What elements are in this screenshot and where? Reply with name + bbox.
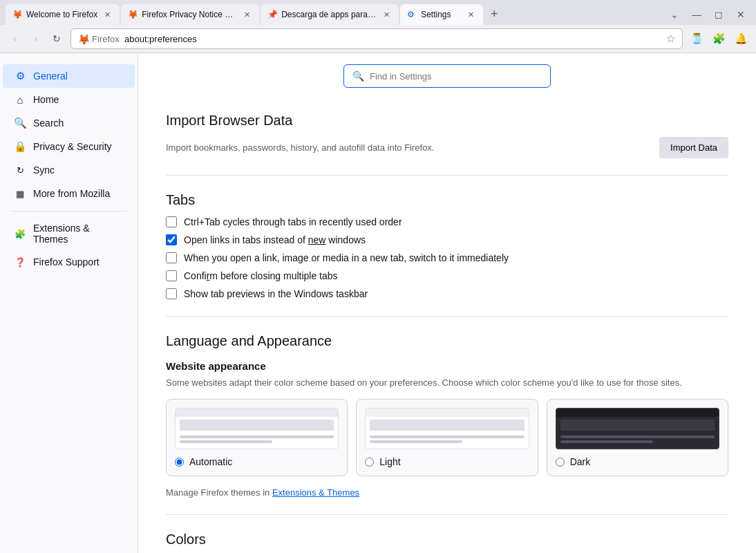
- appearance-subtitle: Website appearance: [166, 360, 728, 372]
- tab-favicon-settings: ⚙: [407, 10, 417, 19]
- dark-preview: [556, 408, 719, 449]
- ctrl-tab-checkbox[interactable]: [166, 216, 177, 227]
- dark-radio-row: Dark: [556, 456, 719, 467]
- tab-close-welcome[interactable]: ✕: [102, 9, 113, 20]
- lock-icon: 🔒: [14, 140, 26, 153]
- automatic-label: Automatic: [189, 456, 232, 467]
- find-in-settings-bar[interactable]: 🔍: [343, 64, 551, 88]
- tab-title-welcome: Welcome to Firefox: [26, 10, 97, 19]
- find-settings-icon: 🔍: [352, 71, 364, 82]
- list-all-tabs-button[interactable]: ⌄: [665, 5, 684, 24]
- forward-button[interactable]: ›: [26, 29, 46, 48]
- tab-title-privacy: Firefox Privacy Notice — Mozill…: [142, 10, 237, 19]
- tab-previews-checkbox[interactable]: [166, 288, 177, 299]
- extensions-button[interactable]: 🧩: [709, 29, 728, 48]
- appearance-card-light[interactable]: Light: [356, 399, 538, 476]
- import-description: Import bookmarks, passwords, history, an…: [166, 142, 434, 153]
- sidebar-item-more[interactable]: ▦ More from Mozilla: [3, 182, 135, 205]
- import-section: Import Browser Data Import bookmarks, pa…: [166, 113, 728, 158]
- switch-tab-checkbox[interactable]: [166, 252, 177, 263]
- notification-button[interactable]: 🔔: [731, 29, 750, 48]
- light-label: Light: [379, 456, 400, 467]
- tab-settings[interactable]: ⚙ Settings ✕: [400, 4, 483, 25]
- mozilla-icon: ▦: [14, 187, 26, 200]
- back-button[interactable]: ‹: [6, 29, 25, 48]
- open-links-checkbox[interactable]: [166, 234, 177, 245]
- dark-radio[interactable]: [556, 458, 565, 467]
- tab-close-privacy[interactable]: ✕: [241, 9, 252, 20]
- tab-title-descarga: Descarga de apps para Windo…: [281, 10, 377, 19]
- sidebar-item-search[interactable]: 🔍 Search: [3, 111, 135, 135]
- find-in-settings-input[interactable]: [370, 71, 542, 82]
- extensions-icon: 🧩: [14, 227, 26, 240]
- tab-previews-label: Show tab previews in the Windows taskbar: [184, 288, 368, 299]
- checkbox-open-links: Open links in tabs instead of new window…: [166, 234, 728, 245]
- toolbar: ‹ › ↻ 🦊 Firefox about:preferences ☆ 🫙 🧩 …: [0, 25, 756, 53]
- dark-preview-content: [556, 417, 719, 449]
- browser-chrome: 🦊 Welcome to Firefox ✕ 🦊 Firefox Privacy…: [0, 0, 756, 53]
- new-tab-button[interactable]: +: [484, 4, 504, 24]
- dark-preview-line2: [560, 440, 653, 443]
- sidebar-item-sync[interactable]: ↻ Sync: [3, 158, 135, 182]
- address-bar[interactable]: 🦊 Firefox about:preferences ☆: [70, 28, 683, 49]
- search-bar-wrapper: 🔍: [166, 53, 728, 99]
- navigation-buttons: ‹ › ↻: [6, 29, 66, 48]
- sidebar-item-label-search: Search: [33, 118, 64, 129]
- sidebar-item-extensions[interactable]: 🧩 Extensions & Themes: [3, 217, 135, 250]
- import-section-title: Import Browser Data: [166, 113, 728, 129]
- tab-favicon-welcome: 🦊: [12, 10, 22, 19]
- sidebar-item-support[interactable]: ❓ Firefox Support: [3, 250, 135, 274]
- automatic-radio[interactable]: [175, 458, 184, 467]
- section-divider-3: [166, 514, 728, 515]
- general-icon: ⚙: [14, 70, 26, 82]
- colors-section: Colors: [166, 532, 728, 547]
- close-window-button[interactable]: ✕: [731, 5, 750, 24]
- sidebar-item-label-extensions: Extensions & Themes: [33, 223, 124, 245]
- confirm-close-label: Confirm before closing multiple tabs: [184, 270, 338, 281]
- appearance-card-dark[interactable]: Dark: [547, 399, 728, 476]
- automatic-radio-row: Automatic: [175, 456, 339, 467]
- appearance-desc: Some websites adapt their color scheme b…: [166, 377, 728, 388]
- tabs-section: Tabs Ctrl+Tab cycles through tabs in rec…: [166, 192, 728, 299]
- tab-bar: 🦊 Welcome to Firefox ✕ 🦊 Firefox Privacy…: [0, 0, 756, 25]
- sidebar-item-general[interactable]: ⚙ General: [3, 64, 135, 88]
- colors-section-title: Colors: [166, 532, 728, 547]
- app-body: ⚙ General ⌂ Home 🔍 Search 🔒 Privacy & Se…: [0, 53, 756, 553]
- toolbar-actions: 🫙 🧩 🔔: [687, 29, 750, 48]
- sidebar: ⚙ General ⌂ Home 🔍 Search 🔒 Privacy & Se…: [0, 53, 138, 553]
- tab-close-settings[interactable]: ✕: [465, 9, 476, 20]
- sidebar-item-label-privacy: Privacy & Security: [33, 141, 112, 152]
- minimize-button[interactable]: —: [687, 5, 706, 24]
- tab-welcome[interactable]: 🦊 Welcome to Firefox ✕: [6, 4, 120, 25]
- ctrl-tab-label: Ctrl+Tab cycles through tabs in recently…: [184, 216, 402, 227]
- star-icon[interactable]: ☆: [666, 32, 675, 45]
- checkbox-switch-tab: When you open a link, image or media in …: [166, 252, 728, 263]
- open-links-label: Open links in tabs instead of new window…: [184, 234, 366, 245]
- light-radio[interactable]: [365, 458, 374, 467]
- reload-button[interactable]: ↻: [47, 29, 66, 48]
- auto-preview-content: [176, 417, 338, 449]
- dark-preview-header: [560, 420, 715, 431]
- light-preview-content: [366, 417, 528, 449]
- dark-label: Dark: [570, 456, 591, 467]
- tab-privacy-notice[interactable]: 🦊 Firefox Privacy Notice — Mozill… ✕: [121, 4, 259, 25]
- restore-button[interactable]: ◻: [709, 5, 728, 24]
- appearance-card-automatic[interactable]: Automatic: [166, 399, 348, 476]
- tab-favicon-descarga: 📌: [267, 10, 277, 19]
- pocket-button[interactable]: 🫙: [687, 29, 706, 48]
- tab-descarga[interactable]: 📌 Descarga de apps para Windo… ✕: [261, 4, 399, 25]
- dark-preview-line1: [560, 435, 715, 438]
- import-data-button[interactable]: Import Data: [659, 137, 728, 158]
- light-preview-header: [370, 420, 524, 431]
- sync-icon: ↻: [14, 164, 26, 176]
- tabs-section-title: Tabs: [166, 192, 728, 208]
- manage-themes-text: Manage Firefox themes in Extensions & Th…: [166, 487, 728, 498]
- sidebar-item-home[interactable]: ⌂ Home: [3, 88, 135, 111]
- confirm-close-checkbox[interactable]: [166, 270, 177, 281]
- auto-preview-topbar: [176, 409, 338, 417]
- tab-close-descarga[interactable]: ✕: [381, 9, 392, 20]
- switch-tab-label: When you open a link, image or media in …: [184, 252, 509, 263]
- sidebar-item-privacy[interactable]: 🔒 Privacy & Security: [3, 135, 135, 158]
- extensions-themes-link[interactable]: Extensions & Themes: [272, 487, 359, 498]
- automatic-preview: [175, 408, 339, 449]
